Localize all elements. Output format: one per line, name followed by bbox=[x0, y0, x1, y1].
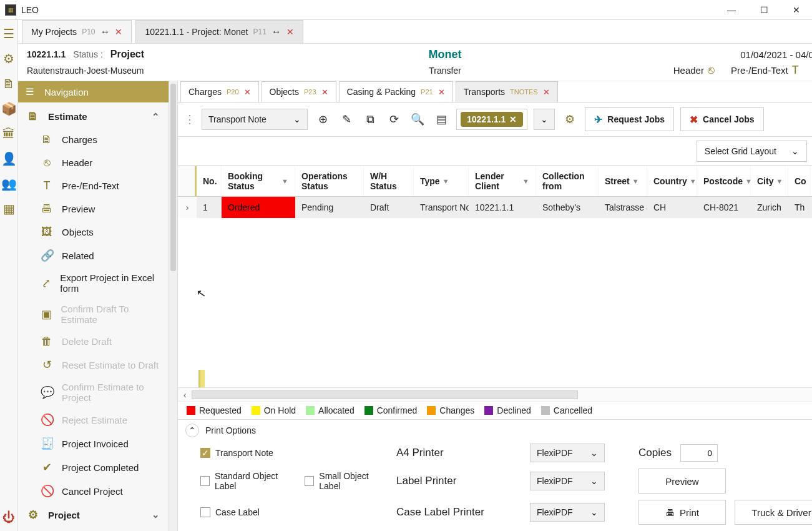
nav-cancel-project[interactable]: 🚫Cancel Project bbox=[18, 479, 169, 503]
filter-tag-box[interactable]: 10221.1.1 ✕ bbox=[456, 109, 527, 130]
section-estimate[interactable]: 🗎 Estimate ⌃ bbox=[18, 105, 169, 128]
package-icon[interactable]: 📦 bbox=[0, 100, 17, 117]
copy-button[interactable]: ⧉ bbox=[361, 111, 379, 128]
drag-handle-icon[interactable]: ⋮ bbox=[184, 112, 195, 126]
col-city[interactable]: City▼ bbox=[751, 166, 788, 196]
checkbox-icon[interactable] bbox=[305, 476, 314, 486]
expand-row-button[interactable]: › bbox=[178, 197, 197, 218]
chk-standard-object-label[interactable]: Standard Object Label bbox=[200, 471, 296, 491]
minimize-button[interactable]: — bbox=[721, 2, 742, 17]
chk-transport-note[interactable]: ✓ Transport Note bbox=[200, 448, 388, 458]
nav-header[interactable]: ⎋Header bbox=[18, 151, 169, 174]
close-icon[interactable]: ✕ bbox=[438, 87, 445, 97]
close-icon[interactable]: ✕ bbox=[543, 87, 550, 97]
nav-charges[interactable]: 🗎Charges bbox=[18, 128, 169, 151]
type-select[interactable]: Transport Note ⌄ bbox=[202, 109, 308, 130]
col-booking-status[interactable]: Booking Status▼ bbox=[222, 166, 295, 196]
grid-layout-select[interactable]: Select Grid Layout ⌄ bbox=[697, 141, 807, 162]
filter-icon[interactable]: ▼ bbox=[281, 177, 288, 185]
tab-my-projects[interactable]: My Projects P10 ↔ ✕ bbox=[22, 20, 132, 43]
col-country[interactable]: Country▼ bbox=[647, 166, 697, 196]
close-icon[interactable]: ✕ bbox=[115, 27, 122, 37]
close-window-button[interactable]: ✕ bbox=[786, 2, 807, 17]
nav-related[interactable]: 🔗Related bbox=[18, 244, 169, 267]
filter-icon[interactable]: ▼ bbox=[522, 177, 529, 185]
nav-delete-draft: 🗑Delete Draft bbox=[18, 330, 169, 353]
refresh-button[interactable]: ⟳ bbox=[385, 111, 403, 128]
close-icon[interactable]: ✕ bbox=[286, 27, 294, 37]
filter-icon[interactable]: ▼ bbox=[443, 177, 449, 185]
power-icon[interactable]: ⏻ bbox=[0, 509, 17, 526]
undock-icon[interactable]: ↔ bbox=[271, 26, 281, 37]
grid-icon[interactable]: ▦ bbox=[0, 200, 17, 217]
users-icon[interactable]: 👥 bbox=[0, 175, 17, 192]
filter-icon[interactable]: ▼ bbox=[632, 177, 639, 185]
intab-charges[interactable]: Charges P20 ✕ bbox=[180, 81, 259, 102]
filter-icon[interactable]: ▼ bbox=[690, 177, 697, 185]
col-lender-client[interactable]: Lender Client▼ bbox=[469, 166, 536, 196]
col-collection-from[interactable]: Collection from bbox=[536, 166, 599, 196]
chk-small-object-label[interactable]: Small Object Label bbox=[305, 471, 388, 491]
table-row[interactable]: › 1 Ordered Pending Draft Transport Note… bbox=[178, 197, 812, 218]
chk-case-label[interactable]: Case Label bbox=[200, 507, 388, 517]
user-icon[interactable]: 👤 bbox=[0, 150, 17, 167]
nav-pre-end-text[interactable]: TPre-/End-Text bbox=[18, 174, 169, 197]
section-project[interactable]: ⚙ Project ⌄ bbox=[18, 503, 169, 527]
remove-tag-icon[interactable]: ✕ bbox=[509, 114, 517, 124]
scroll-left-icon[interactable]: ‹ bbox=[178, 390, 192, 400]
request-jobs-button[interactable]: ✈ Request Jobs bbox=[585, 107, 674, 131]
case-printer-select[interactable]: FlexiPDF⌄ bbox=[530, 503, 605, 522]
intab-casing-packing[interactable]: Casing & Packing P21 ✕ bbox=[339, 81, 453, 102]
section-invoicing[interactable]: 🗎 Invoicing ⌄ bbox=[18, 527, 169, 531]
menu-icon[interactable]: ☰ bbox=[0, 25, 17, 42]
gear-icon[interactable]: ⚙ bbox=[0, 50, 17, 67]
nav-label: Objects bbox=[62, 227, 94, 237]
tab-project-monet[interactable]: 10221.1.1 - Project: Monet P11 ↔ ✕ bbox=[135, 20, 303, 43]
nav-preview[interactable]: 🖶Preview bbox=[18, 197, 169, 221]
scrollbar-thumb[interactable] bbox=[192, 390, 578, 399]
col-postcode[interactable]: Postcode▼ bbox=[697, 166, 751, 196]
col-wh-status[interactable]: W/H Status bbox=[364, 166, 414, 196]
document-icon[interactable]: 🗎 bbox=[0, 75, 17, 92]
preview-button[interactable]: Preview bbox=[638, 469, 726, 494]
search-button[interactable]: 🔍 bbox=[409, 111, 426, 128]
nav-project-invoiced[interactable]: 🧾Project Invoiced bbox=[18, 432, 169, 455]
close-icon[interactable]: ✕ bbox=[321, 87, 328, 97]
truck-driver-button[interactable]: Truck & Driver Details bbox=[735, 500, 812, 525]
checkbox-icon[interactable]: ✓ bbox=[200, 448, 210, 458]
settings-button[interactable]: ⚙ bbox=[561, 111, 579, 128]
horizontal-scrollbar[interactable]: ‹ › bbox=[178, 387, 812, 401]
list-button[interactable]: ▤ bbox=[433, 111, 450, 128]
cancel-jobs-button[interactable]: ✖ Cancel Jobs bbox=[680, 107, 763, 131]
building-icon[interactable]: 🏛 bbox=[0, 125, 17, 142]
print-button[interactable]: 🖶Print bbox=[638, 500, 726, 525]
collapse-button[interactable]: ⌃ bbox=[185, 424, 199, 437]
filter-dropdown[interactable]: ⌄ bbox=[534, 109, 555, 130]
intab-objects[interactable]: Objects P23 ✕ bbox=[262, 81, 336, 102]
label-printer-select[interactable]: FlexiPDF⌄ bbox=[530, 472, 605, 490]
filter-icon[interactable]: ▼ bbox=[776, 177, 783, 185]
col-street[interactable]: Street▼ bbox=[599, 166, 647, 196]
pre-end-text-button[interactable]: Pre-/End-Text T bbox=[731, 64, 799, 77]
copies-input[interactable] bbox=[680, 444, 718, 462]
scrollbar-thumb[interactable] bbox=[170, 84, 176, 271]
maximize-button[interactable]: ☐ bbox=[753, 2, 775, 17]
add-button[interactable]: ⊕ bbox=[314, 111, 331, 128]
intab-transports[interactable]: Transports TNOTES ✕ bbox=[456, 81, 558, 102]
edit-button[interactable]: ✎ bbox=[338, 111, 355, 128]
col-operations-status[interactable]: Operations Status bbox=[295, 166, 364, 196]
close-icon[interactable]: ✕ bbox=[244, 87, 251, 97]
nav-export-excel[interactable]: ⤤Export Project in Excel form bbox=[18, 267, 169, 299]
nav-objects[interactable]: 🖼Objects bbox=[18, 221, 169, 244]
checkbox-icon[interactable] bbox=[200, 507, 210, 517]
hamburger-icon[interactable]: ☰ bbox=[26, 86, 37, 97]
a4-printer-select[interactable]: FlexiPDF⌄ bbox=[530, 444, 605, 462]
header-button[interactable]: Header ⎋ bbox=[673, 64, 715, 77]
col-no[interactable]: No. bbox=[197, 166, 222, 196]
sidebar-scrollbar[interactable] bbox=[169, 81, 177, 531]
col-type[interactable]: Type▼ bbox=[414, 166, 469, 196]
undock-icon[interactable]: ↔ bbox=[100, 26, 110, 37]
checkbox-icon[interactable] bbox=[200, 476, 210, 486]
nav-project-completed[interactable]: ✔Project Completed bbox=[18, 455, 169, 479]
col-co[interactable]: Co bbox=[788, 166, 811, 196]
